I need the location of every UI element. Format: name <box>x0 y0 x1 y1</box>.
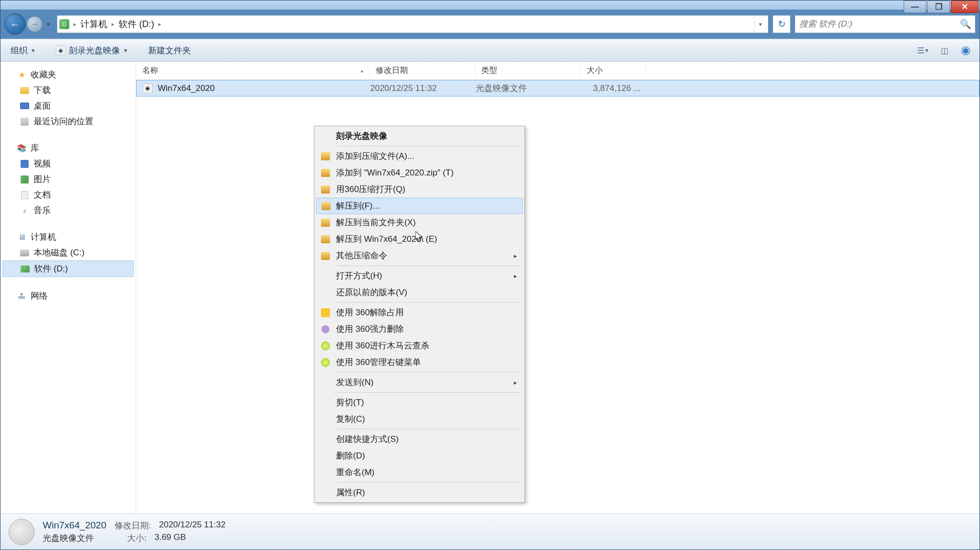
address-dropdown[interactable]: ▾ <box>754 16 766 33</box>
ctx-360-menu[interactable]: 使用 360管理右键菜单 <box>316 354 523 371</box>
360-icon <box>321 325 330 333</box>
sidebar-item-videos[interactable]: 视频 <box>3 156 134 171</box>
ctx-create-shortcut[interactable]: 创建快捷方式(S) <box>316 431 523 447</box>
ctx-copy[interactable]: 复制(C) <box>316 411 523 427</box>
breadcrumb-computer[interactable]: 计算机 <box>80 18 107 30</box>
sidebar-item-downloads[interactable]: 下载 <box>3 82 134 98</box>
file-name-cell: ◉ Win7x64_2020 <box>137 83 370 94</box>
sidebar-item-drive-c[interactable]: 本地磁盘 (C:) <box>3 245 134 260</box>
ctx-restore-versions[interactable]: 还原以前的版本(V) <box>316 284 523 301</box>
archive-icon <box>321 169 330 177</box>
videos-label: 视频 <box>34 158 51 169</box>
ctx-rename[interactable]: 重命名(M) <box>316 464 523 481</box>
sidebar-item-documents[interactable]: 文档 <box>3 187 134 203</box>
archive-icon <box>321 252 330 260</box>
ctx-360-scan[interactable]: 使用 360进行木马云查杀 <box>316 337 523 354</box>
computer-header[interactable]: 🖥 计算机 <box>3 229 134 245</box>
maximize-button[interactable]: ❐ <box>927 1 950 13</box>
ctx-delete[interactable]: 删除(D) <box>316 447 523 464</box>
ctx-label: 其他压缩命令 <box>336 250 387 261</box>
sidebar-item-desktop[interactable]: 桌面 <box>3 98 134 114</box>
status-size-value: 3.69 GB <box>155 532 186 544</box>
preview-pane-button[interactable]: ◫ <box>936 43 952 57</box>
libraries-header[interactable]: 📚 库 <box>3 140 134 156</box>
new-folder-button[interactable]: 新建文件夹 <box>144 43 195 58</box>
disc-icon: ◉ <box>56 45 66 55</box>
burn-image-button[interactable]: ◉ 刻录光盘映像 ▼ <box>52 43 132 58</box>
libraries-label: 库 <box>31 142 39 154</box>
drive-icon: D <box>59 19 69 29</box>
archive-icon <box>321 202 331 210</box>
drive-icon <box>20 249 29 256</box>
breadcrumb-separator: ▸ <box>112 21 115 28</box>
ctx-360-unlock[interactable]: 使用 360解除占用 <box>316 304 523 321</box>
ctx-open-with[interactable]: 打开方式(H)▸ <box>316 267 523 284</box>
ctx-360-delete[interactable]: 使用 360强力删除 <box>316 321 523 337</box>
ctx-label: 用360压缩打开(Q) <box>336 184 405 195</box>
sidebar-item-recent[interactable]: 最近访问的位置 <box>3 114 134 129</box>
archive-icon <box>321 235 330 243</box>
menu-separator <box>334 392 522 393</box>
nav-history-dropdown[interactable]: ▼ <box>44 22 53 27</box>
360-icon <box>321 341 330 350</box>
ctx-burn-image[interactable]: 刻录光盘映像 <box>316 128 523 144</box>
column-date[interactable]: 修改日期 <box>370 62 475 79</box>
column-headers: 名称 ▴ 修改日期 类型 大小 <box>136 62 979 80</box>
sidebar-item-pictures[interactable]: 图片 <box>3 171 134 187</box>
search-input[interactable] <box>799 19 960 29</box>
favorites-header[interactable]: ★ 收藏夹 <box>3 67 134 82</box>
status-text: Win7x64_2020 修改日期: 2020/12/25 11:32 光盘映像… <box>43 520 226 544</box>
column-name[interactable]: 名称 ▴ <box>136 62 370 79</box>
chevron-down-icon: ▼ <box>31 48 36 53</box>
window-controls: — ❐ ✕ <box>904 1 978 13</box>
desktop-icon <box>20 103 29 109</box>
pictures-label: 图片 <box>34 173 51 185</box>
picture-icon <box>21 175 29 184</box>
ctx-send-to[interactable]: 发送到(N)▸ <box>316 374 523 391</box>
file-row[interactable]: ◉ Win7x64_2020 2020/12/25 11:32 光盘映像文件 3… <box>136 80 979 97</box>
ctx-add-archive[interactable]: 添加到压缩文件(A)... <box>316 148 523 164</box>
documents-label: 文档 <box>34 189 51 201</box>
recent-icon <box>21 118 29 126</box>
recent-label: 最近访问的位置 <box>34 116 93 127</box>
video-icon <box>21 160 29 168</box>
organize-menu[interactable]: 组织 ▼ <box>7 43 40 58</box>
content-pane: 名称 ▴ 修改日期 类型 大小 ◉ Win7x64_2020 2020/12/2… <box>136 62 979 513</box>
address-bar[interactable]: D ▸ 计算机 ▸ 软件 (D:) ▸ ▾ <box>57 15 769 33</box>
column-size[interactable]: 大小 <box>581 62 646 79</box>
ctx-label: 使用 360管理右键菜单 <box>336 356 421 368</box>
search-icon[interactable]: 🔍 <box>960 19 971 30</box>
drive-icon <box>21 265 30 272</box>
ctx-extract-folder[interactable]: 解压到 Win7x64_2020\ (E) <box>316 231 523 247</box>
libraries-group: 📚 库 视频 图片 文档 ♪ 音乐 <box>3 140 134 218</box>
ctx-extract-here[interactable]: 解压到当前文件夹(X) <box>316 214 523 231</box>
help-button[interactable]: ◉ <box>957 43 973 57</box>
search-box[interactable]: 🔍 <box>795 15 975 33</box>
view-options-button[interactable]: ☰ ▼ <box>915 43 931 57</box>
sidebar-item-music[interactable]: ♪ 音乐 <box>3 203 134 218</box>
ctx-extract-to[interactable]: 解压到(F)... <box>316 198 523 214</box>
drive-c-label: 本地磁盘 (C:) <box>34 247 84 258</box>
forward-button[interactable]: → <box>27 16 43 32</box>
breadcrumb-drive[interactable]: 软件 (D:) <box>119 18 154 30</box>
close-button[interactable]: ✕ <box>951 1 978 13</box>
ctx-cut[interactable]: 剪切(T) <box>316 394 523 411</box>
ctx-add-zip[interactable]: 添加到 "Win7x64_2020.zip" (T) <box>316 164 523 181</box>
minimize-button[interactable]: — <box>904 1 926 13</box>
archive-icon <box>321 186 330 194</box>
titlebar: — ❐ ✕ <box>1 1 979 10</box>
menu-separator <box>334 146 522 146</box>
menu-separator <box>334 482 522 483</box>
iso-file-icon: ◉ <box>143 83 153 94</box>
status-date-label: 修改日期: <box>115 520 151 531</box>
refresh-button[interactable]: ↻ <box>773 15 791 33</box>
sidebar-item-drive-d[interactable]: 软件 (D:) <box>3 260 134 277</box>
breadcrumb-separator: ▸ <box>73 21 76 28</box>
ctx-other-compress[interactable]: 其他压缩命令▸ <box>316 247 523 264</box>
computer-group: 🖥 计算机 本地磁盘 (C:) 软件 (D:) <box>3 229 134 277</box>
back-button[interactable]: ← <box>5 14 26 35</box>
network-header[interactable]: 🖧 网络 <box>3 288 134 304</box>
column-type[interactable]: 类型 <box>475 62 581 79</box>
ctx-properties[interactable]: 属性(R) <box>316 484 523 501</box>
ctx-open-360[interactable]: 用360压缩打开(Q) <box>316 181 523 198</box>
